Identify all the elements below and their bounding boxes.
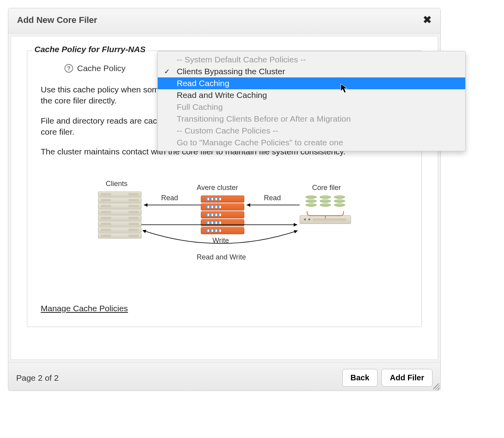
dialog-footer: Page 2 of 2 Back Add Filer	[8, 362, 440, 391]
arrow-clients-read	[142, 201, 201, 209]
dropdown-option-bypass[interactable]: ✓ Clients Bypassing the Cluster	[158, 66, 465, 77]
arrow-core-read	[244, 201, 300, 209]
back-button[interactable]: Back	[342, 369, 378, 387]
dropdown-option-goto-manage: Go to "Manage Cache Policies" to create …	[158, 137, 465, 149]
cache-policy-label: Cache Policy	[77, 64, 126, 73]
cache-diagram: Clients Avere cluster Core filer	[98, 177, 351, 272]
diagram-read-write-label: Read and Write	[197, 253, 246, 261]
diagram-clients-label: Clients	[106, 180, 128, 188]
fieldset-legend: Cache Policy for Flurry-NAS	[32, 45, 148, 54]
close-icon[interactable]: ✖	[423, 14, 432, 26]
cache-policy-dropdown[interactable]: -- System Default Cache Policies -- ✓ Cl…	[157, 51, 466, 151]
manage-cache-policies-link[interactable]: Manage Cache Policies	[41, 304, 128, 313]
arrow-write	[142, 221, 300, 229]
dropdown-option-full-caching: Full Caching	[158, 101, 465, 113]
arrow-read-write-curve	[142, 229, 300, 252]
add-core-filer-dialog: Add New Core Filer ✖ Cache Policy for Fl…	[8, 8, 441, 391]
dialog-title: Add New Core Filer	[17, 15, 97, 25]
add-filer-button[interactable]: Add Filer	[381, 369, 432, 387]
dropdown-option-read-write-caching[interactable]: Read and Write Caching	[158, 89, 465, 101]
dialog-header: Add New Core Filer ✖	[8, 8, 440, 34]
diagram-read-label-2: Read	[264, 194, 281, 202]
page-indicator: Page 2 of 2	[16, 373, 59, 383]
dropdown-header-system: -- System Default Cache Policies --	[158, 54, 465, 66]
checkmark-icon: ✓	[164, 67, 170, 76]
dropdown-option-transitioning: Transitioning Clients Before or After a …	[158, 113, 465, 125]
diagram-cluster-label: Avere cluster	[197, 184, 238, 192]
diagram-read-label-1: Read	[161, 194, 178, 202]
dropdown-option-read-caching[interactable]: Read Caching	[158, 77, 465, 89]
diagram-core-label: Core filer	[312, 184, 341, 192]
diagram-core-filer	[300, 196, 351, 224]
resize-grip[interactable]	[433, 383, 440, 390]
help-icon[interactable]: ?	[64, 64, 73, 73]
dropdown-header-custom: -- Custom Cache Policies --	[158, 125, 465, 137]
diagram-clients	[98, 192, 142, 239]
